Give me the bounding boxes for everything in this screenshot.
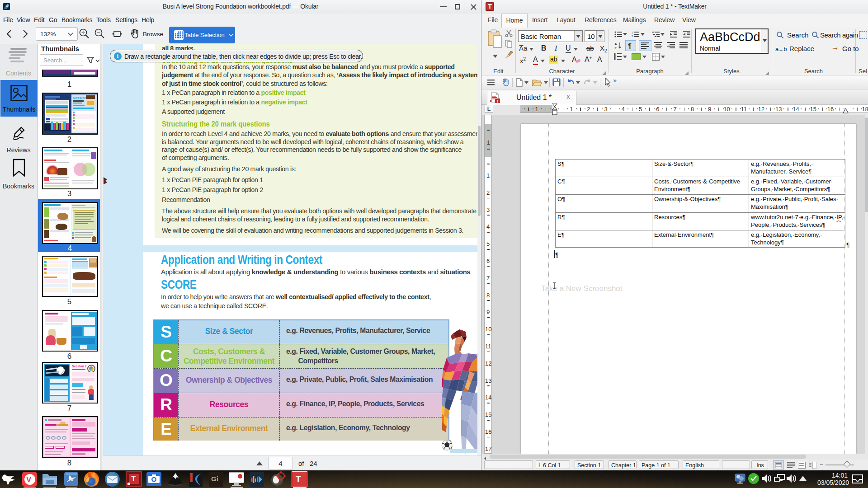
svg-text:1: 1 (632, 31, 633, 34)
svg-text:Z: Z (614, 46, 617, 50)
svg-text:2: 2 (632, 35, 633, 38)
svg-text:A: A (614, 42, 617, 46)
svg-text:T: T (496, 99, 499, 103)
